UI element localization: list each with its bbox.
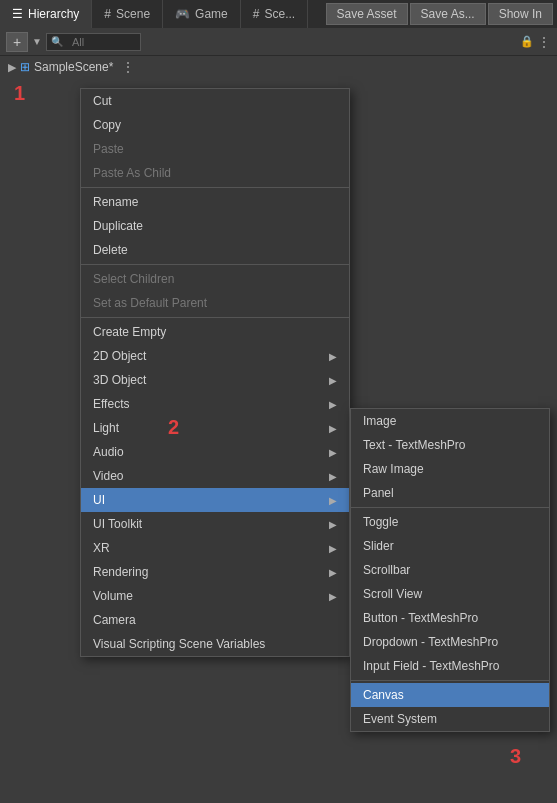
arrow-icon-2d: ▶: [329, 351, 337, 362]
separator-2: [81, 264, 349, 265]
tab-bar: ☰ Hierarchy # Scene 🎮 Game # Sce... Save…: [0, 0, 557, 28]
show-in-button[interactable]: Show In: [488, 3, 553, 25]
arrow-icon-effects: ▶: [329, 399, 337, 410]
arrow-icon-rendering: ▶: [329, 567, 337, 578]
scene-object-row[interactable]: ▶ ⊞ SampleScene* ⋮: [0, 56, 557, 78]
add-button[interactable]: +: [6, 32, 28, 52]
submenu-sep-1: [351, 507, 549, 508]
ui-submenu: Image Text - TextMeshPro Raw Image Panel…: [350, 408, 550, 732]
menu-item-cut[interactable]: Cut: [81, 89, 349, 113]
menu-item-rendering[interactable]: Rendering ▶: [81, 560, 349, 584]
context-menu: Cut Copy Paste Paste As Child Rename Dup…: [80, 88, 350, 657]
badge-1: 1: [14, 82, 25, 105]
menu-item-audio[interactable]: Audio ▶: [81, 440, 349, 464]
submenu-item-text-meshpro[interactable]: Text - TextMeshPro: [351, 433, 549, 457]
scene2-hash-icon: #: [253, 7, 260, 21]
search-icon: 🔍: [51, 36, 63, 47]
save-asset-button[interactable]: Save Asset: [326, 3, 408, 25]
separator-3: [81, 317, 349, 318]
menu-item-select-children: Select Children: [81, 267, 349, 291]
menu-item-rename[interactable]: Rename: [81, 190, 349, 214]
submenu-item-scroll-view[interactable]: Scroll View: [351, 582, 549, 606]
scene-hash-icon: #: [104, 7, 111, 21]
more-options-button[interactable]: ⋮: [537, 34, 551, 50]
menu-item-ui[interactable]: UI ▶: [81, 488, 349, 512]
tab-scene2[interactable]: # Sce...: [241, 0, 308, 28]
search-input[interactable]: [66, 33, 136, 51]
menu-item-video[interactable]: Video ▶: [81, 464, 349, 488]
tab-scene[interactable]: # Scene: [92, 0, 163, 28]
menu-item-paste-as-child: Paste As Child: [81, 161, 349, 185]
arrow-icon-3d: ▶: [329, 375, 337, 386]
submenu-item-scrollbar[interactable]: Scrollbar: [351, 558, 549, 582]
lock-area: 🔒 ⋮: [520, 34, 551, 50]
menu-item-light[interactable]: Light ▶: [81, 416, 349, 440]
menu-item-ui-toolkit[interactable]: UI Toolkit ▶: [81, 512, 349, 536]
submenu-item-event-system[interactable]: Event System: [351, 707, 549, 731]
menu-item-3d-object[interactable]: 3D Object ▶: [81, 368, 349, 392]
arrow-icon-xr: ▶: [329, 543, 337, 554]
arrow-icon-volume: ▶: [329, 591, 337, 602]
menu-item-xr[interactable]: XR ▶: [81, 536, 349, 560]
tab-game-label: Game: [195, 7, 228, 21]
menu-item-camera[interactable]: Camera: [81, 608, 349, 632]
arrow-icon-light: ▶: [329, 423, 337, 434]
menu-item-volume[interactable]: Volume ▶: [81, 584, 349, 608]
triangle-icon: ▶: [8, 61, 16, 74]
submenu-sep-2: [351, 680, 549, 681]
menu-item-effects[interactable]: Effects ▶: [81, 392, 349, 416]
game-icon: 🎮: [175, 7, 190, 21]
hierarchy-subheader: + ▼ 🔍 🔒 ⋮: [0, 28, 557, 56]
lock-icon: 🔒: [520, 35, 534, 48]
submenu-item-button-meshpro[interactable]: Button - TextMeshPro: [351, 606, 549, 630]
dropdown-arrow-icon: ▼: [32, 36, 42, 47]
scene-icon: ⊞: [20, 60, 30, 74]
menu-item-copy[interactable]: Copy: [81, 113, 349, 137]
scene-name-label: SampleScene*: [34, 60, 113, 74]
arrow-icon-video: ▶: [329, 471, 337, 482]
submenu-item-raw-image[interactable]: Raw Image: [351, 457, 549, 481]
submenu-item-dropdown-meshpro[interactable]: Dropdown - TextMeshPro: [351, 630, 549, 654]
menu-item-set-default-parent: Set as Default Parent: [81, 291, 349, 315]
menu-item-delete[interactable]: Delete: [81, 238, 349, 262]
arrow-icon-audio: ▶: [329, 447, 337, 458]
tab-hierarchy-label: Hierarchy: [28, 7, 79, 21]
arrow-icon-ui: ▶: [329, 495, 337, 506]
menu-item-paste: Paste: [81, 137, 349, 161]
tab-game[interactable]: 🎮 Game: [163, 0, 241, 28]
submenu-item-image[interactable]: Image: [351, 409, 549, 433]
tab-scene2-label: Sce...: [264, 7, 295, 21]
menu-item-duplicate[interactable]: Duplicate: [81, 214, 349, 238]
menu-item-create-empty[interactable]: Create Empty: [81, 320, 349, 344]
submenu-item-canvas[interactable]: Canvas: [351, 683, 549, 707]
submenu-item-slider[interactable]: Slider: [351, 534, 549, 558]
submenu-item-panel[interactable]: Panel: [351, 481, 549, 505]
scene-more-button[interactable]: ⋮: [121, 59, 135, 75]
tab-hierarchy[interactable]: ☰ Hierarchy: [0, 0, 92, 28]
tab-scene-label: Scene: [116, 7, 150, 21]
save-as-button[interactable]: Save As...: [410, 3, 486, 25]
hierarchy-icon: ☰: [12, 7, 23, 21]
submenu-item-input-field-meshpro[interactable]: Input Field - TextMeshPro: [351, 654, 549, 678]
menu-item-2d-object[interactable]: 2D Object ▶: [81, 344, 349, 368]
separator-1: [81, 187, 349, 188]
arrow-icon-ui-toolkit: ▶: [329, 519, 337, 530]
badge-3: 3: [510, 745, 521, 768]
submenu-item-toggle[interactable]: Toggle: [351, 510, 549, 534]
menu-item-visual-scripting[interactable]: Visual Scripting Scene Variables: [81, 632, 349, 656]
